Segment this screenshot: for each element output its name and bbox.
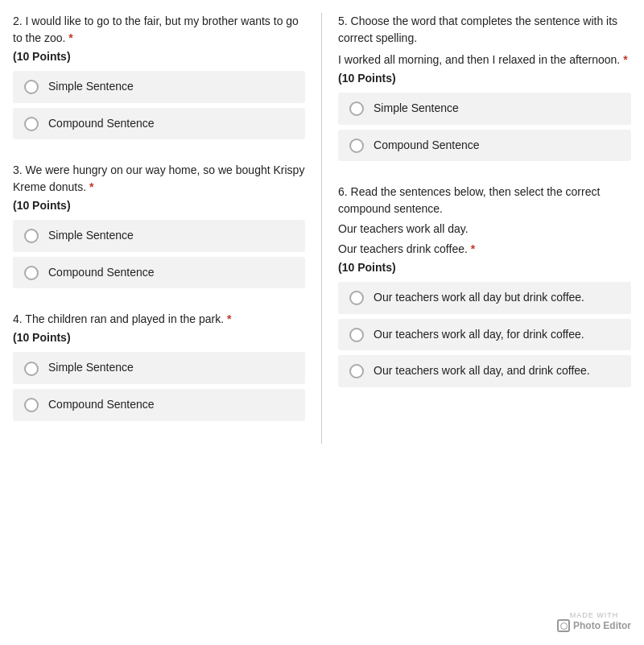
q6-required: *: [471, 242, 475, 255]
q6-line2: Our teachers drink coffee. *: [338, 241, 631, 258]
q3-label-simple: Simple Sentence: [48, 228, 134, 244]
q3-option-simple[interactable]: Simple Sentence: [13, 220, 305, 252]
q5-label-simple: Simple Sentence: [374, 101, 459, 117]
camera-icon: [557, 619, 570, 632]
q6-radio-1[interactable]: [349, 291, 364, 305]
q4-number: 4.: [13, 312, 23, 325]
q5-option-compound[interactable]: Compound Sentence: [338, 130, 631, 162]
q3-radio-compound[interactable]: [24, 266, 39, 280]
q4-body: The children ran and played in the park.: [25, 312, 227, 325]
question-5-subtext: I worked all morning, and then I relaxed…: [338, 52, 631, 68]
q5-option-simple[interactable]: Simple Sentence: [338, 93, 631, 125]
q2-radio-compound[interactable]: [24, 117, 39, 131]
q2-label-simple: Simple Sentence: [48, 79, 134, 95]
q5-body: Choose the word that completes the sente…: [338, 14, 617, 44]
q4-radio-compound[interactable]: [24, 398, 39, 412]
q5-radio-compound[interactable]: [349, 139, 364, 153]
watermark: MADE WITH Photo Editor: [557, 611, 631, 632]
question-4-text: 4. The children ran and played in the pa…: [13, 311, 305, 328]
q2-radio-simple[interactable]: [24, 80, 39, 94]
q4-label-simple: Simple Sentence: [48, 360, 134, 376]
question-5-text: 5. Choose the word that completes the se…: [338, 13, 631, 47]
q3-option-compound[interactable]: Compound Sentence: [13, 257, 305, 289]
q5-points: (10 Points): [338, 72, 631, 85]
q6-body: Read the sentences below, then select th…: [338, 185, 600, 215]
q3-required: *: [89, 180, 93, 193]
question-2-text: 2. I would like to go to the fair, but m…: [13, 13, 305, 47]
q2-option-compound[interactable]: Compound Sentence: [13, 108, 305, 140]
q4-label-compound: Compound Sentence: [48, 397, 155, 413]
q6-option-3[interactable]: Our teachers work all day, and drink cof…: [338, 355, 631, 387]
right-column: 5. Choose the word that completes the se…: [322, 13, 631, 444]
q2-label-compound: Compound Sentence: [48, 116, 155, 132]
q5-required: *: [623, 53, 627, 66]
q4-points: (10 Points): [13, 331, 305, 344]
q6-points: (10 Points): [338, 261, 631, 274]
q2-body: I would like to go to the fair, but my b…: [13, 14, 299, 44]
q5-subtext: I worked all morning, and then I relaxed…: [338, 53, 623, 66]
left-column: 2. I would like to go to the fair, but m…: [13, 13, 322, 444]
q5-number: 5.: [338, 14, 348, 27]
q4-radio-simple[interactable]: [24, 362, 39, 376]
q4-option-compound[interactable]: Compound Sentence: [13, 389, 305, 421]
q3-points: (10 Points): [13, 199, 305, 212]
q2-required: *: [68, 31, 72, 44]
q4-option-simple[interactable]: Simple Sentence: [13, 352, 305, 384]
q6-label-3: Our teachers work all day, and drink cof…: [374, 363, 590, 379]
q6-option-1[interactable]: Our teachers work all day but drink coff…: [338, 282, 631, 314]
q2-number: 2.: [13, 14, 23, 27]
question-6: 6. Read the sentences below, then select…: [338, 184, 631, 387]
q3-number: 3.: [13, 163, 23, 176]
q3-label-compound: Compound Sentence: [48, 265, 155, 281]
question-2: 2. I would like to go to the fair, but m…: [13, 13, 305, 139]
watermark-top-text: MADE WITH: [557, 611, 631, 619]
q5-radio-simple[interactable]: [349, 101, 364, 116]
question-3: 3. We were hungry on our way home, so we…: [13, 162, 305, 288]
q6-label-2: Our teachers work all day, for drink cof…: [374, 327, 584, 343]
q3-body: We were hungry on our way home, so we bo…: [13, 163, 304, 193]
q6-line1: Our teachers work all day.: [338, 221, 631, 238]
question-3-text: 3. We were hungry on our way home, so we…: [13, 162, 305, 196]
q5-label-compound: Compound Sentence: [374, 138, 480, 154]
q2-option-simple[interactable]: Simple Sentence: [13, 71, 305, 103]
q6-option-2[interactable]: Our teachers work all day, for drink cof…: [338, 319, 631, 351]
q6-radio-2[interactable]: [349, 328, 364, 342]
watermark-brand: Photo Editor: [573, 620, 631, 631]
q6-number: 6.: [338, 185, 348, 198]
watermark-bottom-text: Photo Editor: [557, 619, 631, 632]
q3-radio-simple[interactable]: [24, 229, 39, 243]
question-5: 5. Choose the word that completes the se…: [338, 13, 631, 161]
question-6-text: 6. Read the sentences below, then select…: [338, 184, 631, 217]
question-4: 4. The children ran and played in the pa…: [13, 311, 305, 420]
q6-label-1: Our teachers work all day but drink coff…: [374, 290, 584, 306]
q6-radio-3[interactable]: [349, 364, 364, 378]
q2-points: (10 Points): [13, 50, 305, 63]
q4-required: *: [227, 312, 231, 325]
